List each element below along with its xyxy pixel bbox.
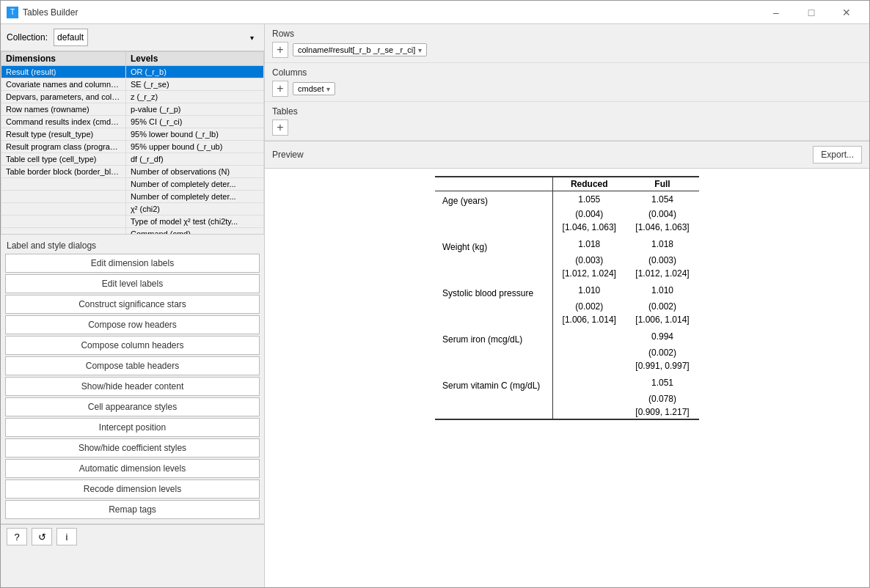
maximize-button[interactable]: □ [794,1,828,24]
stats-row-label [435,221,552,235]
action-button[interactable]: Compose column headers [5,336,260,355]
action-button[interactable]: Show/hide coefficient styles [5,438,260,457]
stats-cell-reduced: [1.046, 1.063] [552,221,626,235]
dim-table-row[interactable]: Result type (result_type) 95% lower boun… [1,128,264,141]
dim-col-header: Dimensions [1,52,126,66]
action-button[interactable]: Construct significance stars [5,295,260,314]
dim-table-row[interactable]: χ² (chi2) [1,203,264,216]
stats-row-label [435,392,552,405]
dim-table-row[interactable]: Command (cmd) [1,228,264,235]
stats-row-label: Weight (kg) [435,235,552,254]
stats-cell-reduced: (0.004) [552,207,626,221]
action-button[interactable]: Recode dimension levels [5,479,260,499]
action-button[interactable]: Compose row headers [5,315,260,334]
action-button[interactable]: Edit dimension labels [5,254,260,273]
level-cell: SE (_r_se) [126,78,264,91]
columns-tag[interactable]: cmdset ▾ [293,82,335,95]
stats-table-row: [0.991, 0.997] [435,359,699,373]
window-title: Tables Builder [23,7,759,18]
rows-dropdown-arrow: ▾ [418,46,422,54]
stats-cell-reduced [552,392,626,405]
info-button[interactable]: i [56,528,77,545]
dim-table-row[interactable]: Table border block (border_blo... Number… [1,166,264,178]
stats-cell-full: (0.002) [626,300,699,313]
stats-cell-full: [1.006, 1.014] [626,313,699,327]
preview-label: Preview [272,150,304,160]
level-cell: df (_r_df) [126,153,264,166]
collection-select[interactable]: default [54,29,88,46]
rows-row: + colname#result[_r_b _r_se _r_ci] ▾ [272,42,862,58]
bottom-icons: ? ↺ i [1,524,264,548]
action-buttons: Edit dimension labelsEdit level labelsCo… [1,254,264,519]
action-button[interactable]: Edit level labels [5,274,260,293]
refresh-button[interactable]: ↺ [32,528,52,545]
dim-table-row[interactable]: Row names (rowname) p-value (_r_p) [1,103,264,116]
dim-table-row[interactable]: Number of completely deter... [1,178,264,191]
action-button[interactable]: Cell appearance styles [5,397,260,416]
dim-cell: Depvars, parameters, and colu... [1,91,126,103]
action-button[interactable]: Automatic dimension levels [5,459,260,478]
dim-table-row[interactable]: Number of completely deter... [1,191,264,203]
stats-table-row: (0.004)(0.004) [435,207,699,221]
dim-cell [1,216,126,228]
stats-row-label: Systolic blood pressure [435,281,552,301]
dim-table-row[interactable]: Depvars, parameters, and colu... z (_r_z… [1,91,264,103]
stats-cell-reduced: [1.006, 1.014] [552,313,626,327]
stats-table-row: Weight (kg)1.0181.018 [435,235,699,254]
stats-table-row: Serum iron (mcg/dL)0.994 [435,327,699,347]
window-controls: – □ ✕ [759,1,863,24]
dim-cell: Covariate names and column n... [1,78,126,91]
action-button[interactable]: Show/hide header content [5,377,260,396]
stats-cell-reduced: [1.012, 1.024] [552,267,626,281]
dim-cell [1,178,126,191]
stats-cell-full: 1.018 [626,235,699,254]
stats-col-header: Reduced [552,177,626,191]
level-cell: χ² (chi2) [126,203,264,216]
export-button[interactable]: Export... [813,146,862,163]
dimensions-table: Dimensions Levels Result (result) OR (_r… [1,51,264,235]
dim-table-row[interactable]: Result (result) OR (_r_b) [1,66,264,78]
stats-col-header: Full [626,177,699,191]
levels-col-header: Levels [126,52,264,66]
dim-cell: Command results index (cmds... [1,116,126,128]
columns-tag-text: cmdset [298,84,323,93]
stats-table-row: [1.046, 1.063][1.046, 1.063] [435,221,699,235]
columns-add-button[interactable]: + [272,81,288,97]
stats-cell-full: [0.909, 1.217] [626,405,699,419]
collection-select-wrapper: default [54,29,258,46]
main-content: Collection: default Dimensions Levels [1,24,869,587]
stats-row-label [435,267,552,281]
dim-table-row[interactable]: Type of model χ² test (chi2ty... [1,216,264,228]
preview-content: ReducedFull Age (years)1.0551.054(0.004)… [265,169,869,587]
stats-cell-full: 1.010 [626,281,699,301]
action-button[interactable]: Intercept position [5,418,260,437]
stats-cell-reduced [552,405,626,419]
level-cell: 95% lower bound (_r_lb) [126,128,264,141]
stats-row-label [435,207,552,221]
dim-cell [1,191,126,203]
dim-table-row[interactable]: Command results index (cmds... 95% CI (_… [1,116,264,128]
level-cell: z (_r_z) [126,91,264,103]
stats-cell-full: [0.991, 0.997] [626,359,699,373]
level-cell: Command (cmd) [126,228,264,235]
collection-label: Collection: [7,32,48,43]
dim-cell: Table border block (border_blo... [1,166,126,178]
level-cell: Number of observations (N) [126,166,264,178]
dim-table-row[interactable]: Covariate names and column n... SE (_r_s… [1,78,264,91]
dim-table-row[interactable]: Table cell type (cell_type) df (_r_df) [1,153,264,166]
rows-tag[interactable]: colname#result[_r_b _r_se _r_ci] ▾ [293,43,427,56]
stats-table-row: (0.003)(0.003) [435,254,699,267]
stats-table-row: (0.002)(0.002) [435,300,699,313]
label-style-section: Label and style dialogs Edit dimension l… [1,235,264,524]
minimize-button[interactable]: – [759,1,793,24]
tables-section: Tables + [265,102,869,141]
help-button[interactable]: ? [7,528,27,545]
close-button[interactable]: ✕ [830,1,863,24]
action-button[interactable]: Compose table headers [5,356,260,375]
tables-add-button[interactable]: + [272,120,288,136]
action-button[interactable]: Remap tags [5,500,260,519]
stats-row-label [435,300,552,313]
rows-add-button[interactable]: + [272,42,288,58]
stats-table: ReducedFull Age (years)1.0551.054(0.004)… [435,176,699,420]
dim-table-row[interactable]: Result program class (program... 95% upp… [1,141,264,153]
